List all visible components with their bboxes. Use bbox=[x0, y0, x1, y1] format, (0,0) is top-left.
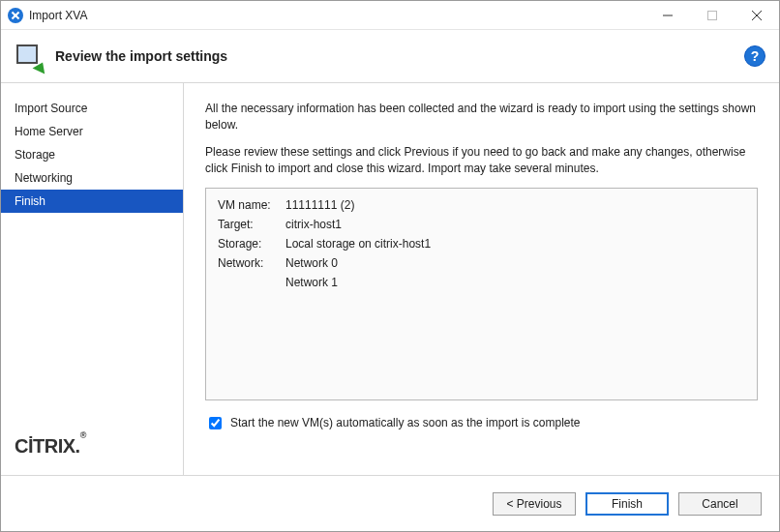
wizard-body: Import Source Home Server Storage Networ… bbox=[1, 83, 779, 475]
review-value: 11111111 (2) bbox=[285, 198, 745, 212]
main-panel: All the necessary information has been c… bbox=[184, 83, 779, 475]
review-row-network: Network: Network 0 bbox=[218, 256, 745, 270]
wizard-header: Review the import settings ? bbox=[1, 30, 779, 83]
help-button[interactable]: ? bbox=[744, 45, 765, 67]
review-row-target: Target: citrix-host1 bbox=[218, 218, 745, 231]
review-row-network-extra: Network 1 bbox=[218, 276, 745, 289]
review-key: VM name: bbox=[218, 198, 285, 212]
maximize-button bbox=[690, 1, 735, 30]
autostart-checkbox-row[interactable]: Start the new VM(s) automatically as soo… bbox=[205, 414, 758, 432]
app-icon bbox=[8, 8, 23, 23]
review-settings-box: VM name: 11111111 (2) Target: citrix-hos… bbox=[205, 188, 758, 400]
sidebar-item-import-source[interactable]: Import Source bbox=[1, 97, 183, 120]
sidebar-item-home-server[interactable]: Home Server bbox=[1, 120, 183, 143]
sidebar-item-label: Storage bbox=[15, 148, 55, 162]
review-row-vm-name: VM name: 11111111 (2) bbox=[218, 198, 745, 212]
sidebar-item-storage[interactable]: Storage bbox=[1, 143, 183, 166]
sidebar-item-label: Import Source bbox=[15, 102, 87, 115]
review-value: Network 0 bbox=[285, 256, 745, 270]
review-value: Local storage on citrix-host1 bbox=[285, 237, 745, 251]
review-key: Target: bbox=[218, 218, 285, 231]
finish-button[interactable]: Finish bbox=[585, 492, 669, 516]
review-row-storage: Storage: Local storage on citrix-host1 bbox=[218, 237, 745, 251]
sidebar-item-finish[interactable]: Finish bbox=[1, 190, 183, 213]
page-title: Review the import settings bbox=[55, 48, 744, 64]
previous-button[interactable]: < Previous bbox=[493, 492, 576, 516]
review-key: Storage: bbox=[218, 237, 285, 251]
autostart-label: Start the new VM(s) automatically as soo… bbox=[230, 416, 580, 429]
wizard-icon bbox=[15, 43, 45, 70]
cancel-button[interactable]: Cancel bbox=[678, 492, 762, 516]
sidebar-item-networking[interactable]: Networking bbox=[1, 166, 183, 190]
brand-logo: CİTRIX.® bbox=[1, 435, 183, 475]
minimize-button[interactable] bbox=[645, 1, 690, 30]
sidebar-item-label: Networking bbox=[15, 171, 73, 185]
autostart-checkbox[interactable] bbox=[209, 417, 222, 429]
intro-text-2: Please review these settings and click P… bbox=[205, 144, 758, 178]
intro-text-1: All the necessary information has been c… bbox=[205, 101, 758, 134]
sidebar-item-label: Home Server bbox=[15, 125, 83, 138]
review-key: Network: bbox=[218, 256, 285, 270]
window-title: Import XVA bbox=[29, 9, 87, 22]
close-button[interactable] bbox=[735, 1, 779, 30]
review-value: Network 1 bbox=[285, 276, 745, 289]
review-value: citrix-host1 bbox=[285, 218, 745, 231]
sidebar: Import Source Home Server Storage Networ… bbox=[1, 83, 184, 475]
window: Import XVA Review the import settings ? … bbox=[0, 0, 780, 532]
sidebar-item-label: Finish bbox=[15, 194, 45, 208]
svg-rect-0 bbox=[708, 11, 717, 19]
wizard-footer: < Previous Finish Cancel bbox=[1, 475, 779, 531]
titlebar: Import XVA bbox=[1, 1, 779, 30]
